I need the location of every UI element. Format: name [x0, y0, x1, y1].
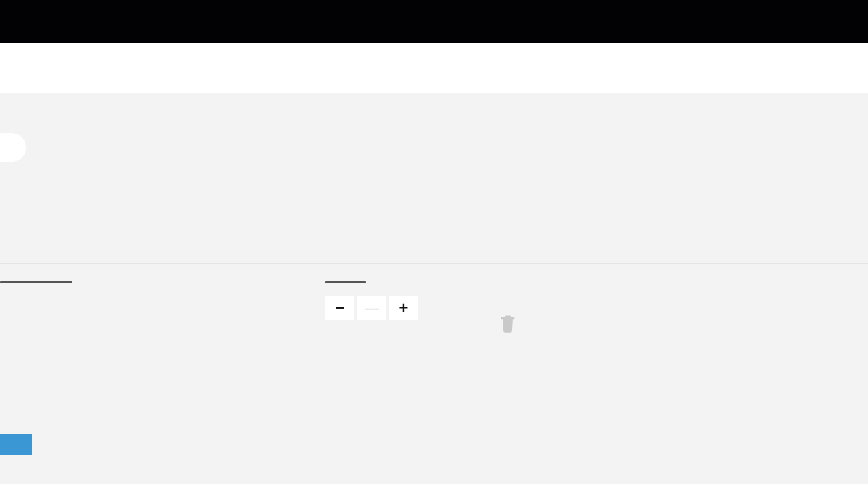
- spacer: [0, 455, 868, 484]
- spacer: [0, 354, 868, 434]
- minus-icon: −: [336, 299, 345, 317]
- qty-increment-button[interactable]: +: [389, 296, 418, 320]
- progress-bar: [0, 434, 868, 455]
- subheader: [0, 43, 868, 93]
- cart-row: − — +: [0, 264, 868, 354]
- col-remove: [477, 281, 535, 336]
- qty-value: —: [357, 296, 386, 320]
- col-product: [0, 281, 326, 283]
- plus-icon: +: [399, 299, 409, 317]
- progress-fill: [0, 434, 32, 455]
- remove-item-button[interactable]: [498, 313, 518, 336]
- cart-table: − — +: [0, 263, 868, 354]
- qty-decrement-button[interactable]: −: [326, 296, 354, 320]
- pill-tag[interactable]: [0, 133, 26, 162]
- col-quantity: − — +: [326, 281, 477, 320]
- trash-icon: [498, 313, 518, 333]
- quantity-header-underline: [326, 281, 366, 283]
- top-navbar: [0, 0, 868, 43]
- main-content: − — +: [0, 93, 868, 484]
- spacer: [0, 162, 868, 263]
- quantity-stepper: − — +: [326, 296, 477, 320]
- product-header-underline: [0, 281, 72, 283]
